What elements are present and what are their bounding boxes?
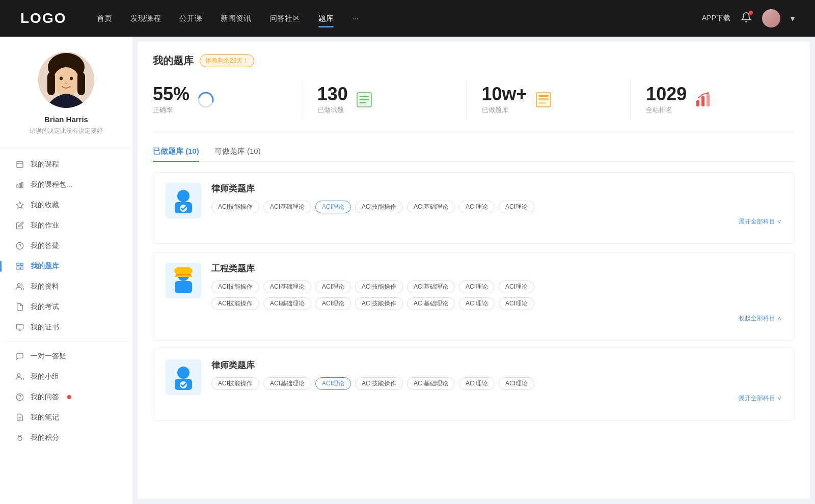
page-layout: Brian Harris 错误的决定比没有决定要好 我的课程 我的课程包... — [0, 37, 815, 504]
tag[interactable]: ACI技能操作 — [355, 281, 403, 293]
sidebar-item-points[interactable]: 我的积分 — [5, 428, 127, 448]
nav-qa[interactable]: 问答社区 — [269, 12, 300, 25]
svg-point-6 — [60, 77, 63, 80]
sidebar-item-homework[interactable]: 我的作业 — [5, 215, 127, 236]
sidebar-label-notes: 我的笔记 — [31, 413, 59, 422]
collapse-link-engineer[interactable]: 收起全部科目 ∧ — [211, 314, 782, 323]
sidebar-item-exam[interactable]: 我的考试 — [5, 297, 127, 317]
stat-rank-label: 全站排名 — [646, 105, 687, 115]
sidebar-item-favorites[interactable]: 我的收藏 — [5, 195, 127, 215]
expand-link-lawyer-1[interactable]: 展开全部科目 ∨ — [211, 217, 782, 226]
tag[interactable]: ACI理论 — [459, 297, 495, 310]
tag[interactable]: ACI理论 — [459, 281, 495, 293]
sidebar-item-course-packages[interactable]: 我的课程包... — [5, 175, 127, 195]
tag[interactable]: ACI基础理论 — [407, 201, 455, 213]
tag[interactable]: ACI基础理论 — [407, 297, 455, 310]
sidebar-label-qbank: 我的题库 — [31, 262, 59, 271]
qmark-icon — [15, 393, 24, 402]
tag[interactable]: ACI理论 — [315, 297, 351, 310]
tag[interactable]: ACI理论 — [315, 281, 351, 293]
tag[interactable]: ACI基础理论 — [263, 377, 311, 390]
sidebar-item-myqa[interactable]: 我的问答 — [5, 387, 127, 407]
tags-row-lawyer-1: ACI技能操作 ACI基础理论 ACI理论 ACI技能操作 ACI基础理论 AC… — [211, 201, 782, 213]
nav-discover[interactable]: 发现课程 — [130, 12, 161, 25]
tag[interactable]: ACI理论 — [499, 201, 534, 213]
question-circle-icon — [15, 241, 24, 250]
svg-rect-10 — [17, 185, 18, 188]
sidebar-label-exam: 我的考试 — [31, 302, 59, 312]
svg-rect-4 — [47, 72, 55, 95]
tag[interactable]: ACI技能操作 — [211, 201, 259, 213]
svg-rect-5 — [77, 72, 85, 95]
tag[interactable]: ACI技能操作 — [355, 201, 403, 213]
nav-news[interactable]: 新闻资讯 — [221, 12, 251, 25]
tab-done[interactable]: 已做题库 (10) — [153, 147, 199, 161]
profile-motto: 错误的决定比没有决定要好 — [30, 127, 103, 135]
rank-icon — [694, 91, 712, 109]
sidebar-item-questions[interactable]: 我的答疑 — [5, 236, 127, 256]
tag[interactable]: ACI基础理论 — [263, 281, 311, 293]
qbank-icon-lawyer-1 — [166, 183, 201, 218]
people-icon — [15, 282, 24, 291]
page-header: 我的题库 体验剩余23天！ — [153, 54, 795, 68]
qbank-icon-engineer — [166, 263, 201, 298]
tag[interactable]: ACI技能操作 — [355, 297, 403, 310]
svg-rect-21 — [16, 324, 23, 329]
nav-right: APP下载 ▾ — [702, 9, 795, 27]
sidebar-item-profile[interactable]: 我的资料 — [5, 276, 127, 297]
nav-more[interactable]: ··· — [352, 12, 359, 25]
user-avatar[interactable] — [762, 9, 780, 27]
sidebar-label-1on1: 一对一答疑 — [31, 352, 66, 361]
sidebar-divider-2 — [5, 342, 127, 342]
bar-icon — [15, 180, 24, 189]
accuracy-icon — [197, 91, 215, 109]
tag[interactable]: ACI技能操作 — [211, 297, 259, 310]
tag[interactable]: ACI技能操作 — [355, 377, 403, 390]
stat-accuracy-label: 正确率 — [153, 105, 189, 115]
tag[interactable]: ACI理论 — [499, 281, 534, 293]
nav-opencourse[interactable]: 公开课 — [179, 12, 202, 25]
sidebar-item-group[interactable]: 我的小组 — [5, 367, 127, 387]
tag[interactable]: ACI理论 — [499, 297, 534, 310]
tags-row-engineer-1: ACI技能操作 ACI基础理论 ACI理论 ACI技能操作 ACI基础理论 AC… — [211, 281, 782, 293]
stat-qbank-done-value: 10w+ — [482, 85, 527, 103]
user-dropdown-arrow[interactable]: ▾ — [791, 14, 795, 23]
expand-link-lawyer-2[interactable]: 展开全部科目 ∨ — [211, 394, 782, 403]
logo: LOGO — [20, 10, 66, 26]
notification-bell[interactable] — [741, 12, 752, 25]
svg-point-7 — [70, 77, 73, 80]
qbank-title-lawyer-2: 律师类题库 — [211, 359, 782, 371]
tag[interactable]: ACI理论 — [459, 201, 495, 213]
svg-rect-40 — [707, 94, 710, 106]
tag[interactable]: ACI基础理论 — [263, 297, 311, 310]
nav-links: 首页 发现课程 公开课 新闻资讯 问答社区 题库 ··· — [97, 12, 702, 25]
myqa-dot — [67, 395, 71, 399]
sidebar-label-myqa: 我的问答 — [31, 393, 59, 402]
sidebar-divider — [0, 150, 132, 150]
chat-icon — [15, 352, 24, 361]
sidebar-item-cert[interactable]: 我的证书 — [5, 317, 127, 338]
tag[interactable]: ACI技能操作 — [211, 377, 259, 390]
sidebar-item-notes[interactable]: 我的笔记 — [5, 407, 127, 428]
tag[interactable]: ACI基础理论 — [407, 377, 455, 390]
tag[interactable]: ACI理论 — [459, 377, 495, 390]
nav-qbank[interactable]: 题库 — [318, 12, 334, 25]
tab-available[interactable]: 可做题库 (10) — [214, 147, 261, 161]
sidebar-label-homework: 我的作业 — [31, 221, 59, 230]
sidebar-item-qbank[interactable]: 我的题库 — [5, 256, 127, 276]
sidebar-label-questions: 我的答疑 — [31, 241, 59, 250]
app-download-button[interactable]: APP下载 — [702, 14, 730, 23]
tag[interactable]: ACI理论 — [315, 201, 351, 213]
profile-name: Brian Harris — [44, 115, 88, 124]
avatar — [38, 52, 94, 108]
sidebar-item-1on1[interactable]: 一对一答疑 — [5, 346, 127, 367]
tag[interactable]: ACI理论 — [499, 377, 534, 390]
tag[interactable]: ACI基础理论 — [263, 201, 311, 213]
svg-rect-45 — [175, 281, 192, 293]
tag[interactable]: ACI技能操作 — [211, 281, 259, 293]
svg-point-20 — [17, 284, 20, 286]
sidebar-item-courses[interactable]: 我的课程 — [5, 154, 127, 175]
tag[interactable]: ACI基础理论 — [407, 281, 455, 293]
nav-home[interactable]: 首页 — [97, 12, 112, 25]
tag[interactable]: ACI理论 — [315, 377, 351, 390]
